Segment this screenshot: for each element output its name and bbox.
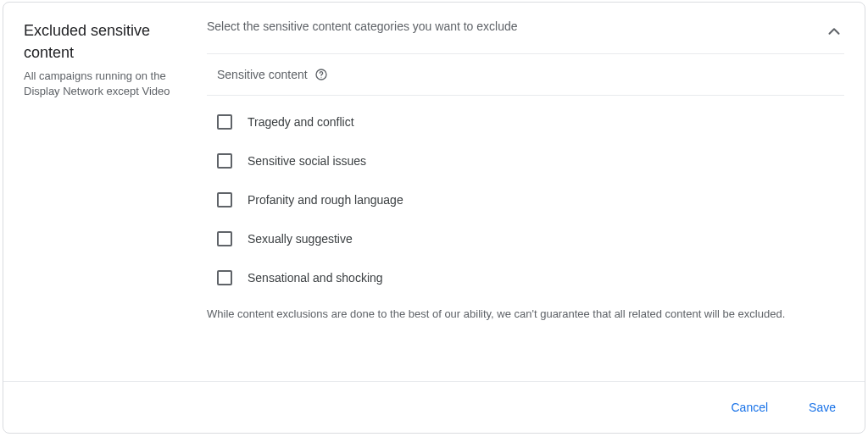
option-label: Sexually suggestive: [248, 232, 353, 246]
group-header: Sensitive content: [207, 54, 844, 95]
collapse-button[interactable]: [824, 21, 844, 41]
instruction-text: Select the sensitive content categories …: [207, 19, 844, 33]
section-title: Excluded sensitive content: [24, 19, 202, 64]
panel-right-column: Select the sensitive content categories …: [202, 19, 844, 371]
option-sexually-suggestive[interactable]: Sexually suggestive: [217, 219, 844, 258]
section-subtitle: All campaigns running on the Display Net…: [24, 69, 202, 99]
disclaimer-text: While content exclusions are done to the…: [207, 306, 844, 329]
checkbox-icon: [217, 192, 232, 207]
svg-point-1: [320, 77, 321, 78]
panel-body: Excluded sensitive content All campaigns…: [3, 3, 865, 381]
option-label: Sensational and shocking: [248, 271, 383, 285]
checkbox-icon: [217, 153, 232, 169]
save-button[interactable]: Save: [802, 396, 843, 419]
option-sensational-and-shocking[interactable]: Sensational and shocking: [217, 258, 844, 297]
panel-footer: Cancel Save: [3, 381, 865, 433]
option-label: Profanity and rough language: [248, 193, 403, 207]
checkbox-icon: [217, 114, 232, 130]
cancel-button[interactable]: Cancel: [724, 396, 775, 419]
option-label: Tragedy and conflict: [248, 115, 354, 129]
option-profanity-and-rough-language[interactable]: Profanity and rough language: [217, 180, 844, 219]
group-header-label: Sensitive content: [217, 68, 308, 81]
option-tragedy-and-conflict[interactable]: Tragedy and conflict: [217, 102, 844, 141]
checkbox-icon: [217, 270, 232, 285]
chevron-up-icon: [825, 22, 843, 41]
panel-left-column: Excluded sensitive content All campaigns…: [24, 19, 202, 371]
checkbox-icon: [217, 231, 232, 246]
excluded-sensitive-content-panel: Excluded sensitive content All campaigns…: [3, 2, 865, 434]
option-sensitive-social-issues[interactable]: Sensitive social issues: [217, 141, 844, 180]
options-list: Tragedy and conflict Sensitive social is…: [207, 96, 844, 306]
option-label: Sensitive social issues: [248, 154, 366, 168]
help-icon[interactable]: [314, 68, 328, 81]
